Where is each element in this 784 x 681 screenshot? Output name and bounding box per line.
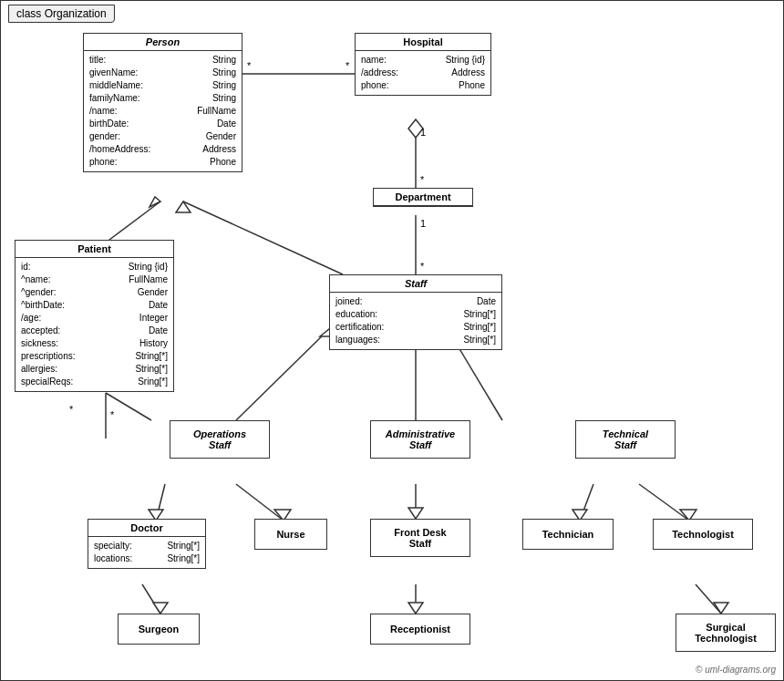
surgeon-class-name: Surgeon bbox=[124, 624, 193, 635]
svg-line-20 bbox=[156, 484, 165, 521]
surgical-technologist-name: SurgicalTechnologist bbox=[682, 622, 769, 644]
hospital-class-name: Hospital bbox=[356, 34, 490, 51]
svg-text:1: 1 bbox=[420, 218, 426, 229]
svg-text:*: * bbox=[69, 404, 74, 415]
technician-class-name: Technician bbox=[529, 529, 607, 540]
hospital-class: Hospital name:String {id} /address:Addre… bbox=[355, 33, 491, 96]
administrative-staff-class: AdministrativeStaff bbox=[370, 420, 470, 459]
svg-marker-13 bbox=[176, 201, 191, 212]
person-class-attrs: title:String givenName:String middleName… bbox=[84, 51, 242, 171]
svg-marker-25 bbox=[408, 508, 423, 519]
svg-line-26 bbox=[580, 484, 593, 521]
svg-text:*: * bbox=[110, 409, 115, 420]
svg-text:*: * bbox=[346, 60, 350, 71]
svg-text:*: * bbox=[247, 60, 252, 71]
svg-line-12 bbox=[183, 201, 343, 274]
diagram-title: class Organization bbox=[8, 5, 115, 23]
patient-class: Patient id:String {id} ^name:FullName ^g… bbox=[15, 240, 174, 392]
hospital-class-attrs: name:String {id} /address:Address phone:… bbox=[356, 51, 490, 95]
staff-class-attrs: joined:Date education:String[*] certific… bbox=[330, 293, 501, 349]
svg-marker-11 bbox=[150, 197, 160, 207]
staff-class: Staff joined:Date education:String[*] ce… bbox=[329, 274, 502, 350]
surgeon-class: Surgeon bbox=[118, 614, 200, 645]
svg-line-38 bbox=[106, 393, 151, 420]
svg-line-22 bbox=[236, 484, 284, 521]
svg-line-34 bbox=[696, 584, 721, 614]
svg-line-30 bbox=[142, 584, 160, 614]
person-class: Person title:String givenName:String mid… bbox=[83, 33, 242, 172]
diagram-container: class Organization * * 1 * 1 * bbox=[0, 0, 784, 681]
copyright: © uml-diagrams.org bbox=[696, 665, 776, 675]
doctor-class: Doctor specialty:String[*] locations:Str… bbox=[88, 519, 206, 569]
administrative-staff-name: AdministrativeStaff bbox=[377, 428, 464, 450]
front-desk-staff-name: Front DeskStaff bbox=[377, 527, 464, 549]
receptionist-class-name: Receptionist bbox=[377, 624, 464, 635]
svg-line-28 bbox=[639, 484, 689, 521]
technologist-class: Technologist bbox=[653, 519, 753, 550]
person-class-name: Person bbox=[84, 34, 242, 51]
surgical-technologist-class: SurgicalTechnologist bbox=[676, 614, 776, 652]
nurse-class-name: Nurse bbox=[261, 529, 321, 540]
doctor-class-name: Doctor bbox=[88, 520, 205, 537]
technical-staff-class: TechnicalStaff bbox=[575, 420, 676, 459]
technical-staff-name: TechnicalStaff bbox=[582, 428, 669, 450]
svg-text:*: * bbox=[420, 261, 425, 272]
operations-staff-class: OperationsStaff bbox=[170, 420, 270, 459]
patient-class-name: Patient bbox=[15, 241, 173, 258]
svg-line-14 bbox=[236, 329, 329, 420]
svg-marker-35 bbox=[714, 603, 728, 614]
department-class: Department bbox=[373, 188, 473, 207]
nurse-class: Nurse bbox=[254, 519, 327, 550]
department-class-name: Department bbox=[374, 189, 472, 206]
operations-staff-name: OperationsStaff bbox=[176, 428, 263, 450]
svg-marker-31 bbox=[153, 603, 168, 614]
svg-text:1: 1 bbox=[420, 127, 426, 138]
svg-line-10 bbox=[106, 201, 160, 242]
front-desk-staff-class: Front DeskStaff bbox=[370, 519, 470, 557]
staff-class-name: Staff bbox=[330, 275, 501, 293]
svg-marker-4 bbox=[408, 119, 423, 138]
technician-class: Technician bbox=[522, 519, 614, 550]
receptionist-class: Receptionist bbox=[370, 614, 470, 645]
patient-class-attrs: id:String {id} ^name:FullName ^gender:Ge… bbox=[15, 258, 173, 391]
technologist-class-name: Technologist bbox=[659, 529, 747, 540]
svg-marker-33 bbox=[408, 603, 423, 614]
doctor-class-attrs: specialty:String[*] locations:String[*] bbox=[88, 537, 205, 568]
svg-text:*: * bbox=[420, 174, 425, 185]
